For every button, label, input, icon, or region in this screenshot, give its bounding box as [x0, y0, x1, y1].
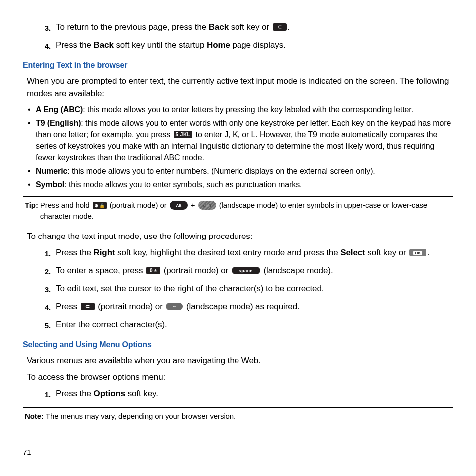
space-key-icon	[232, 267, 260, 274]
text: Enter the correct character(s).	[56, 320, 167, 329]
step-2: 2. To enter a space, press (portrait mod…	[37, 264, 453, 278]
step-body: Press the Right soft key, highlight the …	[56, 246, 453, 260]
zero-key-icon	[146, 267, 160, 274]
step-body: To edit text, set the cursor to the righ…	[56, 282, 453, 296]
change-mode-intro: To change the text input mode, use the f…	[27, 230, 453, 242]
bold-right: Right	[94, 248, 115, 257]
intro-paragraph: When you are prompted to enter text, the…	[27, 75, 453, 100]
text: : this mode allows you to enter symbols,…	[64, 180, 302, 189]
text: (landscape mode).	[261, 266, 333, 275]
step-number: 5.	[37, 318, 56, 332]
ok-key-icon	[409, 249, 426, 256]
text: +	[189, 201, 197, 209]
text: (portrait mode) or	[161, 266, 231, 275]
back-key-icon	[273, 23, 287, 31]
text: (landscape mode) as required.	[184, 302, 299, 311]
text: soft key or	[365, 248, 409, 257]
text: (portrait mode) or	[96, 302, 165, 311]
text: To enter a space, press	[56, 266, 145, 275]
shift-key-icon	[198, 201, 216, 210]
step-5: 5. Enter the correct character(s).	[37, 318, 453, 332]
menu-para-1: Various menus are available when you are…	[27, 354, 453, 367]
text: Press the	[56, 389, 94, 398]
star-lock-key-icon	[93, 202, 107, 209]
bold-back: Back	[209, 22, 229, 32]
lead: Numeric	[36, 167, 67, 175]
bullet-body: Numeric: this mode allows you to enter n…	[36, 165, 453, 177]
text: (portrait mode) or	[108, 201, 169, 209]
bullet-numeric: • Numeric: this mode allows you to enter…	[27, 165, 453, 177]
back-key-icon	[81, 303, 95, 310]
text: Press	[56, 302, 80, 311]
bullet-dot: •	[27, 179, 36, 190]
note-callout: Note: The menus may vary, depending on y…	[23, 407, 453, 425]
tip-callout: Tip: Press and hold (portrait mode) or +…	[23, 196, 453, 225]
text: Press and hold	[40, 201, 92, 209]
lead: A Eng (ABC)	[36, 105, 83, 114]
step-body: Enter the correct character(s).	[56, 318, 453, 332]
step-body: Press the Back soft key until the startu…	[56, 39, 453, 53]
text: .	[288, 22, 290, 32]
menu-para-2: To access the browser options menu:	[27, 371, 453, 383]
text: soft key or	[229, 22, 272, 32]
step-3: 3. To return to the previous page, press…	[37, 21, 453, 35]
text: soft key.	[125, 389, 158, 398]
step-4: 4. Press the Back soft key until the sta…	[37, 39, 453, 53]
text: soft key until the startup	[114, 40, 207, 50]
bullet-dot: •	[27, 117, 36, 163]
bullet-body: Symbol: this mode allows you to enter sy…	[36, 179, 453, 190]
text: : this mode allows you to enter letters …	[83, 105, 413, 114]
bold-options: Options	[94, 389, 126, 398]
step-number: 2.	[37, 264, 56, 278]
step-body: Press the Options soft key.	[56, 387, 453, 401]
back-arrow-key-icon	[166, 303, 183, 310]
step-4b: 4. Press (portrait mode) or (landscape m…	[37, 300, 453, 314]
note-lead: Note:	[25, 411, 46, 422]
bullet-symbol: • Symbol: this mode allows you to enter …	[27, 179, 453, 190]
lead: T9 (English)	[36, 119, 81, 127]
step-number: 3.	[37, 21, 56, 35]
step-3b: 3. To edit text, set the cursor to the r…	[37, 282, 453, 296]
bullet-body: T9 (English): this mode allows you to en…	[36, 117, 453, 163]
bullet-dot: •	[27, 104, 36, 115]
text: page displays.	[230, 40, 286, 50]
text: soft key, highlight the desired text ent…	[115, 248, 340, 257]
text: To edit text, set the cursor to the righ…	[56, 284, 324, 293]
note-body: The menus may vary, depending on your br…	[46, 411, 453, 422]
bullet-a-eng: • A Eng (ABC): this mode allows you to e…	[27, 104, 453, 115]
bullet-body: A Eng (ABC): this mode allows you to ent…	[36, 104, 453, 115]
text: : this mode allows you to enter numbers.…	[67, 167, 375, 175]
tip-body: Press and hold (portrait mode) or + (lan…	[40, 200, 453, 222]
mode-bullets: • A Eng (ABC): this mode allows you to e…	[27, 104, 453, 190]
bold-back: Back	[94, 40, 114, 50]
five-jkl-key-icon	[174, 131, 193, 138]
step-number: 1.	[37, 387, 56, 401]
manual-page: { "steps_top": [ {"num": "3.", "pre": "T…	[0, 0, 476, 476]
bullet-dot: •	[27, 165, 36, 177]
options-step-1: 1. Press the Options soft key.	[37, 387, 453, 401]
text: Press the	[56, 40, 94, 50]
step-body: Press (portrait mode) or (landscape mode…	[56, 300, 453, 314]
bullet-t9: • T9 (English): this mode allows you to …	[27, 117, 453, 163]
step-1: 1. Press the Right soft key, highlight t…	[37, 246, 453, 260]
step-number: 4.	[37, 39, 56, 53]
step-body: To enter a space, press (portrait mode) …	[56, 264, 453, 278]
bold-home: Home	[207, 40, 230, 50]
lead: Symbol	[36, 180, 64, 189]
step-number: 3.	[37, 282, 56, 296]
text: To return to the previous page, press th…	[56, 22, 209, 32]
heading-menu-options: Selecting and Using Menu Options	[23, 340, 453, 349]
step-number: 1.	[37, 246, 56, 260]
heading-entering-text: Entering Text in the browser	[23, 61, 453, 70]
step-number: 4.	[37, 300, 56, 314]
tip-lead: Tip:	[25, 200, 40, 222]
alt-key-icon	[170, 201, 188, 210]
page-number: 71	[23, 448, 31, 456]
text: .	[427, 248, 430, 257]
bold-select: Select	[340, 248, 365, 257]
step-body: To return to the previous page, press th…	[56, 21, 453, 35]
text: Press the	[56, 248, 94, 257]
